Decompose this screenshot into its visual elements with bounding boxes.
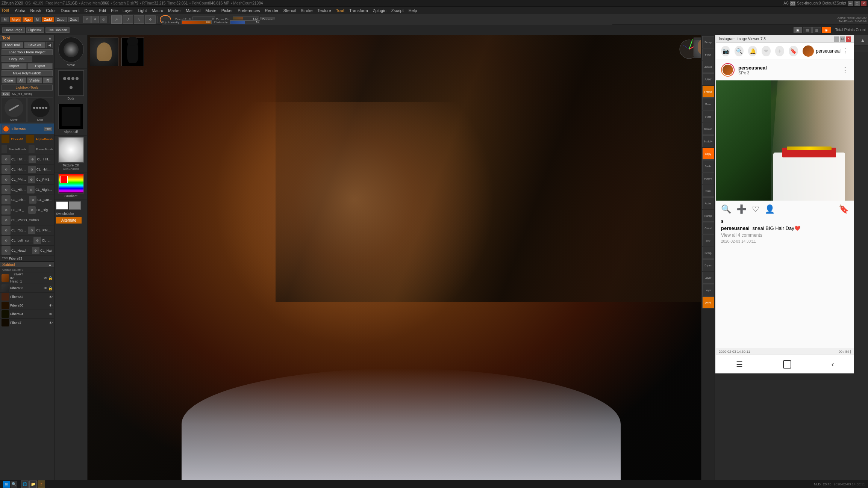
white-swatch[interactable] xyxy=(56,201,68,210)
m-button[interactable]: M xyxy=(34,17,41,22)
local-sym-icon[interactable]: ⊕ xyxy=(91,16,99,23)
maximize-button[interactable]: □ xyxy=(854,1,860,6)
visible-button[interactable]: Visible xyxy=(27,77,42,83)
paste-vp-button[interactable]: Paste xyxy=(702,160,714,172)
z-intensity-slider[interactable]: 51 xyxy=(230,20,260,24)
persp-button[interactable]: Persp xyxy=(702,36,714,48)
ig-add-action[interactable]: ➕ xyxy=(736,204,747,214)
copy-vp-button[interactable]: Copy xyxy=(702,148,714,160)
menu-zplugin[interactable]: Zplugin xyxy=(371,8,389,14)
alphabrush-row[interactable]: Fibers83 AlphaBrush xyxy=(0,134,54,144)
snp-button[interactable]: Snp xyxy=(702,234,714,246)
ig-nav-bars[interactable]: ☰ xyxy=(736,360,743,369)
floor-button[interactable]: Floor xyxy=(702,48,714,60)
lock-icon[interactable]: 🔒 xyxy=(48,276,53,280)
load-tools-from-project-button[interactable]: Load Tools From Project xyxy=(2,49,53,55)
brush-select-button[interactable]: M xyxy=(2,17,9,22)
zcut-button[interactable]: Zcut xyxy=(68,17,79,22)
copy-tool-button[interactable]: Copy Tool xyxy=(2,56,32,62)
home-page-button[interactable]: Home Page xyxy=(2,27,25,33)
clone-button[interactable]: Clone xyxy=(2,77,16,83)
cl-right-curr-row[interactable]: ⚙ CL_CL_right_curr ⚙ CL_Right_cuirass xyxy=(0,205,54,215)
make-polymesh-button[interactable]: Make PolyMesh3D xyxy=(2,70,53,76)
menu-movie[interactable]: Movie xyxy=(203,8,218,14)
subtool-head1[interactable]: __START d0 Head_1 👁 🔒 xyxy=(0,272,54,284)
taskbar-chrome[interactable]: 🌐 xyxy=(21,480,29,488)
collapse-tool-button[interactable]: ◀ xyxy=(46,42,53,48)
eye-icon-3[interactable]: 👁 xyxy=(49,295,53,299)
frame-button[interactable]: Frame xyxy=(702,86,714,98)
menu-alpha[interactable]: Alpha xyxy=(12,8,27,14)
ig-post-avatar[interactable] xyxy=(721,63,735,77)
ig-nav-back[interactable]: ‹ xyxy=(832,360,834,369)
radial-sym-icon[interactable]: ◎ xyxy=(100,16,107,23)
ig-comments-link[interactable]: View all 4 comments xyxy=(716,232,854,239)
setup-button[interactable]: Setup xyxy=(702,247,714,259)
menu-color[interactable]: Color xyxy=(44,8,58,14)
scale-vp-button[interactable]: Scale xyxy=(702,110,714,122)
symmetry-icon[interactable]: X xyxy=(83,16,91,23)
material-view-btn[interactable]: ▤ xyxy=(803,27,812,33)
solo-button[interactable]: Solo xyxy=(702,185,714,197)
r-button[interactable]: R xyxy=(43,77,53,83)
eye-icon-2[interactable]: 👁 xyxy=(44,286,47,290)
cl-right-cuirass2-row[interactable]: ⚙ CL_Right_cuirass ⚙ CL_PM3D_Cube3 xyxy=(0,225,54,236)
subtool-fibers24[interactable]: Fibers24 👁 xyxy=(0,310,54,319)
sculpt-view-btn[interactable]: ▥ xyxy=(812,27,821,33)
menu-layer[interactable]: Layer xyxy=(120,8,135,14)
mrph-button[interactable]: Mrph xyxy=(10,17,22,22)
move-icon[interactable]: ✥ xyxy=(145,15,156,24)
ig-bookmark-action[interactable]: 🔖 xyxy=(839,204,849,214)
save-as-button[interactable]: Save As xyxy=(24,42,46,48)
subtool-fibers83[interactable]: Fibers83 👁 🔒 xyxy=(0,284,54,293)
menu-light[interactable]: Light xyxy=(136,8,149,14)
fibers83-bottom-row[interactable]: TDS Fibers83 xyxy=(0,256,54,261)
zadd-button[interactable]: Zadd xyxy=(42,17,54,22)
all-button[interactable]: All xyxy=(17,77,26,83)
rgb-button[interactable]: Rgb xyxy=(23,17,33,22)
menu-document[interactable]: Document xyxy=(59,8,82,14)
menu-stroke[interactable]: Stroke xyxy=(298,8,315,14)
lightbox-button[interactable]: LightBox xyxy=(26,27,44,33)
export-button[interactable]: Export xyxy=(27,63,53,69)
all-view-btn[interactable]: ◉ xyxy=(822,27,831,33)
ig-follow-button[interactable]: ⋮ xyxy=(841,65,849,74)
menu-tool[interactable]: Tool xyxy=(334,8,347,14)
menu-help[interactable]: Help xyxy=(406,8,420,14)
menu-preferences[interactable]: Preferences xyxy=(235,8,262,14)
ig-toolbar-icon4[interactable]: ❤ xyxy=(762,46,771,56)
cl-pm3d-cube3-row[interactable]: ⚙ CL_PM3D_Cube3 xyxy=(0,215,54,225)
subtool-fibers82[interactable]: Fibers82 👁 xyxy=(0,293,54,301)
ig-toolbar-icon2[interactable]: 🔍 xyxy=(735,46,744,56)
cl-hilt-hjstrap-row[interactable]: ⚙ CL_Hilt_hjstrap ⚙ CL_Hilt_buckck xyxy=(0,165,54,175)
ig-toolbar-icon3[interactable]: 🔔 xyxy=(748,46,757,56)
quicksave-button[interactable]: QS xyxy=(790,1,795,6)
ig-caption-username[interactable]: perseusneal xyxy=(721,225,750,231)
texture-off-preview[interactable] xyxy=(58,137,84,163)
windows-start[interactable]: ⊞ xyxy=(3,481,10,488)
search-taskbar[interactable]: 🔍 xyxy=(11,481,17,488)
polyfr-button[interactable]: PolyFr xyxy=(702,172,714,184)
rgb-intensity-slider[interactable]: 100 xyxy=(182,20,212,24)
import-button[interactable]: Import xyxy=(2,63,27,69)
alpha-off-preview[interactable] xyxy=(58,104,84,129)
taskbar-zbrush[interactable]: Z xyxy=(38,480,45,488)
scale-icon[interactable]: ⤡ xyxy=(134,15,144,24)
sculpt-plus-button[interactable]: Sculpt+ xyxy=(702,135,714,147)
ig-person-action[interactable]: 👤 xyxy=(765,204,775,214)
zplugin-collapse-button[interactable]: ▲ xyxy=(860,38,865,43)
eye-icon[interactable]: 👁 xyxy=(44,276,47,280)
menu-texture[interactable]: Texture xyxy=(315,8,333,14)
ig-app-max[interactable]: □ xyxy=(840,36,845,42)
minimize-button[interactable]: ─ xyxy=(848,1,853,6)
subtool-collapse-button[interactable]: ▲ xyxy=(48,263,52,267)
gray-swatch[interactable] xyxy=(69,201,81,210)
menu-zscript[interactable]: Zscript xyxy=(389,8,406,14)
menu-draw[interactable]: Draw xyxy=(82,8,97,14)
user-avatar[interactable] xyxy=(803,45,814,57)
flat-view-btn[interactable]: ▣ xyxy=(794,27,802,33)
ig-app-close[interactable]: ✕ xyxy=(846,36,851,42)
cl-hilt-belt-row[interactable]: ⚙ CL_Hilt_righbelt ⚙ CL_Right_hipguar xyxy=(0,185,54,195)
menu-edit[interactable]: Edit xyxy=(97,8,108,14)
ig-heart-action[interactable]: ♡ xyxy=(752,204,759,214)
